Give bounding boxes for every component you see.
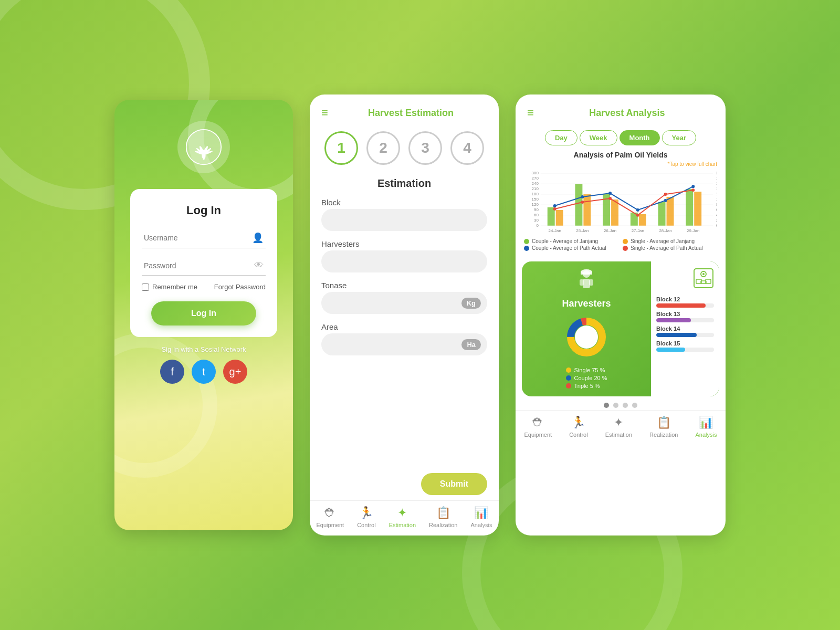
chart-legend: Couple - Average of Janjang Single - Ave… xyxy=(524,236,717,254)
analysis-bottom-nav: ⛑ Equipment 🏃 Control ✦ Estimation 📋 Rea… xyxy=(516,410,726,445)
tab-month[interactable]: Month xyxy=(620,130,660,145)
analysis-equipment-icon: ⛑ xyxy=(532,416,544,429)
area-label: Area xyxy=(321,322,487,331)
svg-point-60 xyxy=(691,185,695,188)
dot-couple xyxy=(566,375,571,381)
svg-rect-72 xyxy=(581,272,592,275)
step-1[interactable]: 1 xyxy=(324,131,358,165)
analysis-nav-estimation[interactable]: ✦ Estimation xyxy=(605,416,632,438)
svg-text:180: 180 xyxy=(532,192,539,196)
analysis-nav-realization-label: Realization xyxy=(649,432,678,438)
svg-text:30: 30 xyxy=(534,218,539,223)
legend-couple-path: Couple - Average of Path Actual xyxy=(524,245,618,251)
step-3[interactable]: 3 xyxy=(408,131,442,165)
nav-equipment-label: Equipment xyxy=(317,522,344,528)
step-4[interactable]: 4 xyxy=(450,131,484,165)
svg-text:270: 270 xyxy=(532,176,539,181)
svg-point-4 xyxy=(196,148,206,157)
area-input-wrap: Ha xyxy=(321,333,487,355)
tab-year[interactable]: Year xyxy=(662,130,696,145)
svg-rect-8 xyxy=(203,153,205,160)
estimation-header: ≡ Harvest Estimation xyxy=(310,94,499,126)
dot-1[interactable] xyxy=(604,403,609,408)
analysis-nav-control[interactable]: 🏃 Control xyxy=(569,416,587,438)
remember-checkbox[interactable] xyxy=(142,284,149,291)
step-2[interactable]: 2 xyxy=(366,131,400,165)
svg-point-5 xyxy=(201,148,212,157)
legend-triple: Triple 5 % xyxy=(566,383,607,389)
analysis-nav-equipment[interactable]: ⛑ Equipment xyxy=(524,416,552,438)
analysis-nav-control-label: Control xyxy=(569,432,587,438)
login-options: Remember me Forgot Password xyxy=(142,283,266,291)
block-12-row: Block 12 xyxy=(656,296,714,308)
remember-label[interactable]: Remember me xyxy=(142,283,197,291)
block-15-bar xyxy=(656,348,685,352)
analysis-control-icon: 🏃 xyxy=(571,416,585,429)
forgot-password-link[interactable]: Forgot Password xyxy=(214,283,266,291)
password-input[interactable] xyxy=(144,261,250,270)
nav-analysis[interactable]: 📊 Analysis xyxy=(470,506,492,528)
estimation-card: ≡ Harvest Estimation 1 2 3 4 Estimation … xyxy=(310,94,499,536)
chart-section: Analysis of Palm Oil Yields *Tap to view… xyxy=(516,151,726,258)
svg-text:28-Jan: 28-Jan xyxy=(659,228,671,233)
dot-2[interactable] xyxy=(613,403,618,408)
analysis-nav-analysis[interactable]: 📊 Analysis xyxy=(695,416,717,438)
chart-area[interactable]: 300 270 240 210 180 150 120 90 60 30 0 2… xyxy=(524,168,717,236)
svg-text:8: 8 xyxy=(716,202,717,207)
svg-point-58 xyxy=(636,208,639,212)
nav-control-label: Control xyxy=(357,522,375,528)
dot-single xyxy=(566,368,571,373)
dot-3[interactable] xyxy=(623,403,628,408)
svg-rect-47 xyxy=(667,197,674,226)
legend-dot-couple-path xyxy=(524,246,529,251)
tab-week[interactable]: Week xyxy=(580,130,617,145)
harvesters-field: Harvesters xyxy=(321,239,487,272)
harvesters-input[interactable] xyxy=(321,250,487,272)
svg-text:14: 14 xyxy=(716,186,717,191)
svg-point-7 xyxy=(203,150,213,155)
estimation-section-title: Estimation xyxy=(310,174,499,198)
analysis-card: ≡ Harvest Analysis Day Week Month Year A… xyxy=(516,94,726,536)
block-14-bar xyxy=(656,333,697,337)
block-input-wrap xyxy=(321,209,487,231)
social-text: Sig In with a Sosial Network xyxy=(161,345,246,353)
block-14-bar-wrap xyxy=(656,333,714,337)
tab-day[interactable]: Day xyxy=(545,130,578,145)
svg-point-76 xyxy=(575,326,598,349)
analysis-nav-equipment-label: Equipment xyxy=(524,432,552,438)
analysis-menu-icon[interactable]: ≡ xyxy=(527,106,534,120)
nav-control[interactable]: 🏃 Control xyxy=(357,506,375,528)
menu-icon[interactable]: ≡ xyxy=(321,106,328,120)
svg-text:300: 300 xyxy=(532,171,539,175)
submit-button[interactable]: Submit xyxy=(421,473,487,495)
facebook-button[interactable]: f xyxy=(160,360,184,384)
nav-estimation[interactable]: ✦ Estimation xyxy=(389,506,416,528)
analysis-nav-analysis-label: Analysis xyxy=(695,432,717,438)
svg-point-1 xyxy=(202,150,206,159)
block-12-bar-wrap xyxy=(656,303,714,308)
analysis-nav-realization[interactable]: 📋 Realization xyxy=(649,416,678,438)
twitter-button[interactable]: t xyxy=(192,360,216,384)
login-title: Log In xyxy=(186,204,221,217)
nav-realization[interactable]: 📋 Realization xyxy=(429,506,457,528)
svg-text:26-Jan: 26-Jan xyxy=(604,228,616,233)
donut-chart xyxy=(563,313,610,361)
control-icon: 🏃 xyxy=(359,506,373,520)
analysis-analysis-icon: 📊 xyxy=(699,416,713,429)
harvester-person-icon xyxy=(573,269,600,295)
svg-text:150: 150 xyxy=(532,197,539,202)
dot-4[interactable] xyxy=(632,403,637,408)
block-input[interactable] xyxy=(321,209,487,231)
svg-point-59 xyxy=(664,199,667,202)
googleplus-button[interactable]: g+ xyxy=(223,360,247,384)
nav-equipment[interactable]: ⛑ Equipment xyxy=(317,506,344,528)
username-input[interactable] xyxy=(144,234,248,242)
svg-point-63 xyxy=(608,197,612,200)
analysis-title: Harvest Analysis xyxy=(540,108,714,119)
legend-single-path: Single - Average of Path Actual xyxy=(623,245,717,251)
svg-text:60: 60 xyxy=(534,213,539,217)
harvesters-left: Harvesters Single 75 % xyxy=(522,261,651,396)
svg-rect-46 xyxy=(639,214,646,226)
login-button[interactable]: Log In xyxy=(151,301,256,326)
realization-icon: 📋 xyxy=(436,506,450,520)
